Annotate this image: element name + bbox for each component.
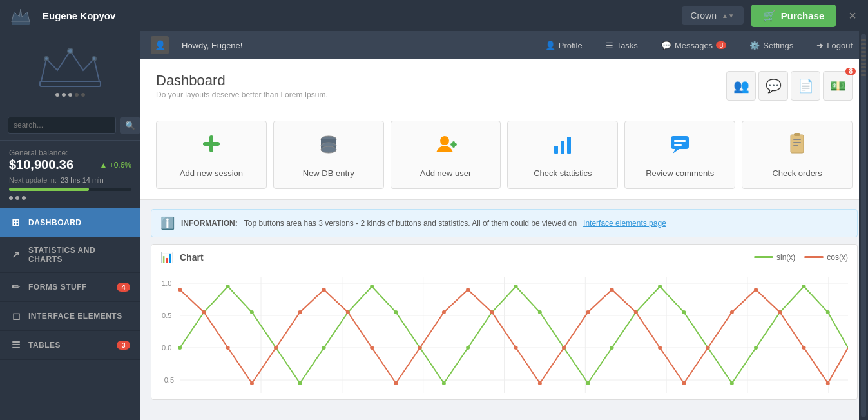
next-update-label: Next update in: <box>9 176 57 184</box>
nav-icon-statistics: ↗ <box>10 249 22 261</box>
svg-rect-1 <box>12 22 30 25</box>
messages-badge: 8 <box>716 41 726 49</box>
svg-point-87 <box>514 346 518 350</box>
progress-bar <box>9 188 131 191</box>
username: Eugene Kopyov <box>43 10 674 21</box>
svg-point-85 <box>466 288 470 292</box>
settings-icon: ⚙️ <box>749 41 760 50</box>
svg-point-50 <box>298 381 302 385</box>
svg-point-95 <box>706 346 710 350</box>
next-update-time: 23 hrs 14 min <box>61 176 104 184</box>
svg-point-75 <box>226 346 230 350</box>
balance-label: General balance: <box>9 148 131 157</box>
balance-change-icon: ▲ <box>99 161 107 170</box>
action-btn-check-orders[interactable]: Check orders <box>742 121 853 189</box>
crown-selector[interactable]: Crown ▲▼ <box>682 6 744 25</box>
balance-row: $10,900.36 ▲ +0.6% <box>9 157 131 172</box>
svg-rect-28 <box>794 133 800 136</box>
svg-rect-25 <box>793 139 801 140</box>
legend-color-cos(x) <box>804 256 824 258</box>
nav-icon-dashboard: ⊞ <box>10 217 22 228</box>
nav-label-interface: INTERFACE ELEMENTS <box>28 312 130 321</box>
svg-text:0.0: 0.0 <box>162 344 171 352</box>
action-btn-review-comments[interactable]: Review comments <box>624 121 735 189</box>
svg-point-76 <box>250 381 254 385</box>
svg-rect-16 <box>452 141 455 148</box>
sidebar-item-interface[interactable]: ◻ INTERFACE ELEMENTS <box>0 302 140 331</box>
billing-badge: 8 <box>845 68 856 75</box>
next-update: Next update in: 23 hrs 14 min <box>9 176 131 184</box>
crown-label: Crown <box>691 10 717 21</box>
dashboard-icon-orders[interactable]: 📄 <box>791 71 820 101</box>
balance-change: ▲ +0.6% <box>99 161 131 170</box>
topbar-user-icon: 👤 <box>151 36 169 54</box>
action-icon-new-db <box>316 132 341 162</box>
svg-point-13 <box>321 146 336 153</box>
action-btn-add-session[interactable]: Add new session <box>156 121 267 189</box>
action-icon-review-comments <box>668 132 692 162</box>
chart-svg: 1.0 0.5 0.0 -0.5 <box>160 277 848 393</box>
svg-point-60 <box>538 310 542 314</box>
svg-point-73 <box>178 288 182 292</box>
svg-point-6 <box>92 57 96 61</box>
dashboard-header: Dashboard Do your layouts deserve better… <box>140 59 868 110</box>
svg-point-99 <box>802 346 806 350</box>
svg-text:0.5: 0.5 <box>162 312 171 319</box>
right-scrollbar[interactable] <box>859 31 868 420</box>
sidebar-item-tables[interactable]: ☰ TABLES 3 <box>0 331 140 360</box>
sidebar-item-forms[interactable]: ✏ FORMS STUFF 4 <box>0 273 140 302</box>
svg-rect-23 <box>674 144 682 146</box>
action-btn-add-user[interactable]: Add new user <box>391 121 501 189</box>
profile-icon: 👤 <box>545 41 555 50</box>
action-label-check-stats: Check statistics <box>534 168 592 178</box>
topbar-logout[interactable]: ➜ Logout <box>811 38 858 53</box>
sidebar-logo-svg <box>35 46 106 88</box>
action-label-add-user: Add new user <box>420 168 472 178</box>
action-btn-new-db[interactable]: New DB entry <box>273 121 384 189</box>
purchase-button[interactable]: 🛒 Purchase <box>751 5 836 27</box>
close-button[interactable]: × <box>844 8 862 23</box>
svg-point-80 <box>346 310 350 314</box>
action-buttons-row: Add new session New DB entry Add new use… <box>140 110 868 200</box>
legend-label-cos(x): cos(x) <box>827 253 848 262</box>
svg-point-97 <box>754 288 758 292</box>
dashboard-icons: 👥 💬 📄 💵 8 <box>726 71 853 101</box>
svg-point-86 <box>490 310 494 314</box>
topbar-profile[interactable]: 👤 Profile <box>540 38 588 53</box>
svg-point-78 <box>298 310 302 314</box>
info-label: INFORMATION: <box>181 219 238 228</box>
svg-point-98 <box>778 310 782 314</box>
nav-label-statistics: STATISTICS AND CHARTS <box>28 246 130 264</box>
sidebar-item-statistics[interactable]: ↗ STATISTICS AND CHARTS <box>0 237 140 273</box>
comments-icon: 💬 <box>766 78 782 94</box>
dashboard-title: Dashboard <box>156 72 726 89</box>
topbar-tasks[interactable]: ☰ Tasks <box>601 38 643 53</box>
dashboard-icon-users[interactable]: 👥 <box>726 71 756 101</box>
svg-text:1.0: 1.0 <box>162 279 171 287</box>
topbar-greeting: Howdy, Eugene! <box>182 41 242 50</box>
search-button[interactable]: 🔍 <box>120 117 140 134</box>
info-link[interactable]: Interface elements page <box>583 219 666 228</box>
svg-point-90 <box>586 310 590 314</box>
dashboard-icon-comments[interactable]: 💬 <box>758 71 788 101</box>
sidebar-nav: ⊞ DASHBOARD ↗ STATISTICS AND CHARTS ✏ FO… <box>0 208 140 420</box>
svg-point-94 <box>682 381 686 385</box>
svg-point-71 <box>802 285 806 288</box>
svg-point-51 <box>322 346 326 350</box>
topbar-settings[interactable]: ⚙️ Settings <box>744 38 798 53</box>
sidebar-item-dashboard[interactable]: ⊞ DASHBOARD <box>0 208 140 237</box>
sidebar-logo-dots <box>55 93 85 97</box>
tasks-icon: ☰ <box>606 41 613 50</box>
svg-point-92 <box>634 310 638 314</box>
action-btn-check-stats[interactable]: Check statistics <box>507 121 618 189</box>
topbar-messages[interactable]: 💬 Messages 8 <box>656 38 731 53</box>
svg-point-53 <box>370 285 374 288</box>
legend-item-sin(x): sin(x) <box>754 253 795 262</box>
svg-point-72 <box>826 310 830 314</box>
logo-icon <box>9 4 32 27</box>
dashboard-icon-billing[interactable]: 💵 8 <box>823 71 853 101</box>
action-icon-check-orders <box>785 132 809 162</box>
sidebar-logo <box>0 31 140 110</box>
search-input[interactable] <box>8 117 116 134</box>
balance-dots <box>9 196 131 200</box>
